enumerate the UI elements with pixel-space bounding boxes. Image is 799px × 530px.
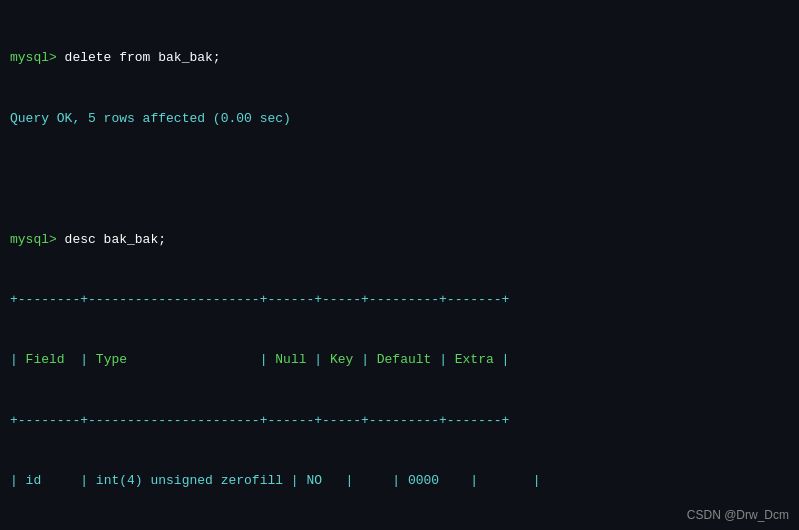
line-1: mysql> delete from bak_bak;: [10, 48, 789, 68]
terminal: mysql> delete from bak_bak; Query OK, 5 …: [0, 0, 799, 530]
cmd-2: desc bak_bak;: [65, 232, 166, 247]
table1-border-top: +--------+----------------------+------+…: [10, 290, 789, 310]
watermark: CSDN @Drw_Dcm: [687, 508, 789, 522]
cmd-1: delete from bak_bak;: [65, 50, 221, 65]
table1-border-sep: +--------+----------------------+------+…: [10, 411, 789, 431]
prompt-1: mysql>: [10, 50, 65, 65]
prompt-2: mysql>: [10, 232, 65, 247]
line-2: Query OK, 5 rows affected (0.00 sec): [10, 109, 789, 129]
table1-row-id: | id | int(4) unsigned zerofill | NO | |…: [10, 471, 789, 491]
output-1: Query OK, 5 rows affected (0.00 sec): [10, 111, 291, 126]
table1-header: | Field | Type | Null | Key | Default | …: [10, 350, 789, 370]
line-blank-1: [10, 169, 789, 189]
line-3: mysql> desc bak_bak;: [10, 230, 789, 250]
